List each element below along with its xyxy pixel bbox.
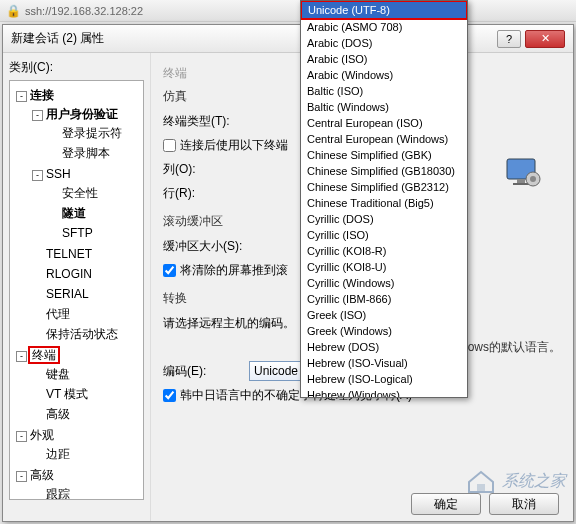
encoding-option[interactable]: Cyrillic (IBM-866) — [301, 291, 467, 307]
encoding-option[interactable]: Hebrew (ISO-Logical) — [301, 371, 467, 387]
close-button[interactable]: ✕ — [525, 30, 565, 48]
encoding-option[interactable]: Cyrillic (KOI8-R) — [301, 243, 467, 259]
tree-vtmode[interactable]: VT 模式 — [30, 384, 139, 404]
tree-trace[interactable]: 跟踪 — [30, 484, 139, 500]
connection-bar: 🔒 ssh://192.168.32.128:22 — [0, 0, 576, 22]
label-remote-encoding: 请选择远程主机的编码。 — [163, 315, 295, 332]
tree-login-prompt[interactable]: 登录提示符 — [46, 123, 137, 143]
encoding-option[interactable]: Greek (ISO) — [301, 307, 467, 323]
tree-auth[interactable]: -用户身份验证 登录提示符 登录脚本 — [30, 104, 139, 164]
svg-rect-5 — [477, 484, 485, 492]
encoding-option[interactable]: Baltic (ISO) — [301, 83, 467, 99]
label-default-lang: ows的默认语言。 — [468, 339, 561, 356]
connection-path: ssh://192.168.32.128:22 — [25, 5, 143, 17]
category-panel: 类别(C): -连接 -用户身份验证 登录提示符 登录脚本 -SSH — [3, 53, 151, 521]
tree-serial[interactable]: SERIAL — [30, 284, 139, 304]
label-termtype: 终端类型(T): — [163, 113, 243, 130]
tree-telnet[interactable]: TELNET — [30, 244, 139, 264]
label-bufsize: 缓冲区大小(S): — [163, 238, 243, 255]
tree-keepalive[interactable]: 保持活动状态 — [30, 324, 139, 344]
encoding-option[interactable]: Arabic (Windows) — [301, 67, 467, 83]
tree-connection[interactable]: -连接 -用户身份验证 登录提示符 登录脚本 -SSH 安全性 — [14, 85, 141, 345]
svg-rect-2 — [513, 183, 529, 185]
house-logo-icon — [466, 468, 496, 494]
encoding-option[interactable]: Cyrillic (DOS) — [301, 211, 467, 227]
tree-advanced[interactable]: 高级 — [30, 404, 139, 424]
label-pushclear: 将清除的屏幕推到滚 — [180, 262, 288, 279]
help-button[interactable]: ? — [497, 30, 521, 48]
encoding-option[interactable]: Cyrillic (KOI8-U) — [301, 259, 467, 275]
encoding-option[interactable]: Central European (Windows) — [301, 131, 467, 147]
encoding-option[interactable]: Hebrew (ISO-Visual) — [301, 355, 467, 371]
tree-ssh[interactable]: -SSH 安全性 隧道 SFTP — [30, 164, 139, 244]
label-encoding: 编码(E): — [163, 363, 243, 380]
encoding-option[interactable]: Cyrillic (Windows) — [301, 275, 467, 291]
tree-appearance[interactable]: -外观 边距 — [14, 425, 141, 465]
category-tree[interactable]: -连接 -用户身份验证 登录提示符 登录脚本 -SSH 安全性 — [9, 80, 144, 500]
encoding-option[interactable]: Unicode (UTF-8) — [300, 0, 468, 20]
encoding-option[interactable]: Greek (Windows) — [301, 323, 467, 339]
checkbox-pushclear[interactable] — [163, 264, 176, 277]
tree-security[interactable]: 安全性 — [46, 183, 137, 203]
encoding-option[interactable]: Hebrew (DOS) — [301, 339, 467, 355]
encoding-option[interactable]: Central European (ISO) — [301, 115, 467, 131]
dialog-title: 新建会话 (2) 属性 — [11, 30, 104, 47]
label-cols: 列(O): — [163, 161, 243, 178]
tree-terminal[interactable]: -终端 键盘 VT 模式 高级 — [14, 345, 141, 425]
encoding-option[interactable]: Arabic (ISO) — [301, 51, 467, 67]
label-rows: 行(R): — [163, 185, 243, 202]
watermark-text: 系统之家 — [502, 471, 566, 492]
monitor-settings-icon — [503, 153, 543, 193]
checkbox-useterm[interactable] — [163, 139, 176, 152]
encoding-option[interactable]: Chinese Simplified (GB18030) — [301, 163, 467, 179]
tree-advanced2[interactable]: -高级 跟踪 日志记录 — [14, 465, 141, 500]
svg-rect-1 — [517, 179, 525, 183]
category-label: 类别(C): — [9, 59, 144, 76]
encoding-option[interactable]: Chinese Simplified (GBK) — [301, 147, 467, 163]
encoding-option[interactable]: Cyrillic (ISO) — [301, 227, 467, 243]
encoding-option[interactable]: Chinese Traditional (Big5) — [301, 195, 467, 211]
tree-keyboard[interactable]: 键盘 — [30, 364, 139, 384]
encoding-option[interactable]: Hebrew (Windows) — [301, 387, 467, 398]
label-useterm: 连接后使用以下终端 — [180, 137, 288, 154]
tree-tunnel[interactable]: 隧道 — [46, 203, 137, 223]
encoding-option[interactable]: Baltic (Windows) — [301, 99, 467, 115]
encoding-dropdown-list[interactable]: Unicode (UTF-8)Arabic (ASMO 708)Arabic (… — [300, 0, 468, 398]
lock-icon: 🔒 — [6, 4, 21, 18]
checkbox-cjk-wide[interactable] — [163, 389, 176, 402]
watermark: 系统之家 — [466, 468, 566, 494]
svg-point-4 — [530, 176, 536, 182]
encoding-option[interactable]: Arabic (ASMO 708) — [301, 19, 467, 35]
properties-dialog: 新建会话 (2) 属性 ? ✕ 类别(C): -连接 -用户身份验证 登录提示符… — [2, 24, 574, 522]
dialog-titlebar: 新建会话 (2) 属性 ? ✕ — [3, 25, 573, 53]
tree-margin[interactable]: 边距 — [30, 444, 139, 464]
tree-login-script[interactable]: 登录脚本 — [46, 143, 137, 163]
ok-button[interactable]: 确定 — [411, 493, 481, 515]
tree-sftp[interactable]: SFTP — [46, 223, 137, 243]
cancel-button[interactable]: 取消 — [489, 493, 559, 515]
tree-proxy[interactable]: 代理 — [30, 304, 139, 324]
encoding-option[interactable]: Chinese Simplified (GB2312) — [301, 179, 467, 195]
encoding-option[interactable]: Arabic (DOS) — [301, 35, 467, 51]
tree-rlogin[interactable]: RLOGIN — [30, 264, 139, 284]
